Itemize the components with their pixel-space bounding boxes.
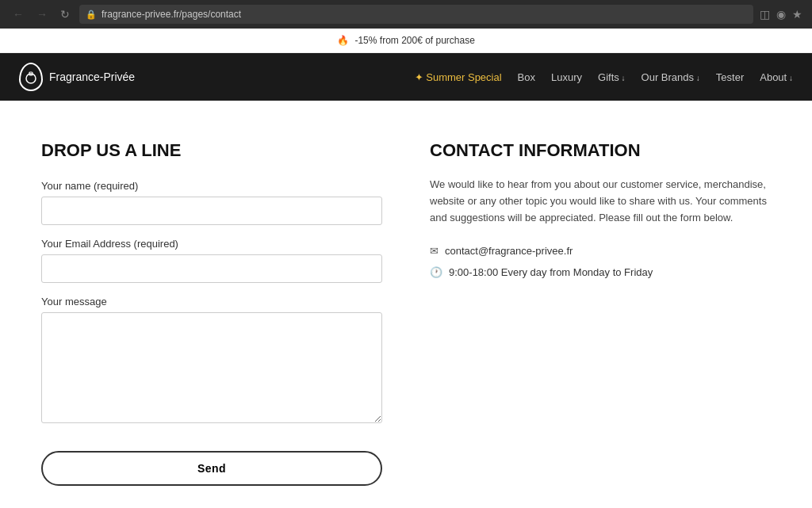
logo-svg — [25, 69, 37, 85]
info-section: CONTACT INFORMATION We would like to hea… — [430, 140, 771, 486]
nav-link-summer-special[interactable]: ✦ Summer Special — [415, 71, 502, 83]
nav-item-box[interactable]: Box — [518, 71, 535, 83]
nav-link-gifts[interactable]: Gifts — [598, 71, 626, 83]
lock-icon: 🔒 — [86, 10, 97, 20]
main-nav: Fragrance-Privée ✦ Summer Special Box Lu… — [0, 53, 812, 101]
star-icon[interactable]: ★ — [792, 8, 802, 21]
form-section: DROP US A LINE Your name (required) Your… — [41, 140, 382, 486]
nav-item-gifts[interactable]: Gifts — [598, 71, 626, 83]
nav-item-luxury[interactable]: Luxury — [551, 71, 582, 83]
extensions-icon[interactable]: ◫ — [760, 8, 770, 21]
nav-link-luxury[interactable]: Luxury — [551, 71, 582, 83]
name-input[interactable] — [41, 197, 382, 225]
forward-button[interactable]: → — [33, 6, 51, 22]
form-title: DROP US A LINE — [41, 140, 382, 161]
logo-icon — [19, 63, 43, 91]
business-hours: 9:00-18:00 Every day from Monday to Frid… — [449, 266, 653, 278]
refresh-button[interactable]: ↻ — [57, 6, 73, 22]
logo[interactable]: Fragrance-Privée — [19, 63, 135, 91]
profile-icon[interactable]: ◉ — [776, 8, 786, 21]
main-content: DROP US A LINE Your name (required) Your… — [25, 101, 787, 508]
url-text: fragrance-privee.fr/pages/contact — [102, 9, 241, 20]
info-title: CONTACT INFORMATION — [430, 140, 771, 161]
email-icon: ✉ — [430, 245, 439, 257]
nav-item-about[interactable]: About — [760, 71, 793, 83]
url-bar[interactable]: 🔒 fragrance-privee.fr/pages/contact — [79, 5, 753, 24]
browser-chrome: ← → ↻ 🔒 fragrance-privee.fr/pages/contac… — [0, 0, 812, 29]
nav-links: ✦ Summer Special Box Luxury Gifts Our Br… — [415, 71, 793, 83]
message-label: Your message — [41, 296, 382, 307]
promo-bar: 🔥 -15% from 200€ of purchase — [0, 29, 812, 53]
logo-text: Fragrance-Privée — [49, 71, 135, 83]
email-field-group: Your Email Address (required) — [41, 238, 382, 283]
email-address: contact@fragrance-privee.fr — [445, 245, 573, 257]
nav-item-our-brands[interactable]: Our Brands — [642, 71, 700, 83]
name-label: Your name (required) — [41, 180, 382, 192]
email-info-item: ✉ contact@fragrance-privee.fr — [430, 245, 771, 257]
fire-icon: 🔥 — [337, 35, 349, 46]
promo-text: -15% from 200€ of purchase — [354, 35, 474, 46]
nav-link-tester[interactable]: Tester — [716, 71, 744, 83]
email-input[interactable] — [41, 254, 382, 283]
name-field-group: Your name (required) — [41, 180, 382, 225]
back-button[interactable]: ← — [10, 6, 27, 22]
message-textarea[interactable] — [41, 312, 382, 423]
clock-icon: 🕐 — [430, 266, 442, 278]
browser-actions: ◫ ◉ ★ — [760, 8, 802, 21]
nav-link-box[interactable]: Box — [518, 71, 535, 83]
hours-info-item: 🕐 9:00-18:00 Every day from Monday to Fr… — [430, 266, 771, 278]
nav-item-tester[interactable]: Tester — [716, 71, 744, 83]
sun-icon: ✦ — [415, 71, 427, 83]
nav-item-summer-special[interactable]: ✦ Summer Special — [415, 71, 502, 83]
nav-link-about[interactable]: About — [760, 71, 793, 83]
email-label: Your Email Address (required) — [41, 238, 382, 250]
send-button[interactable]: Send — [41, 451, 382, 486]
nav-link-our-brands[interactable]: Our Brands — [642, 71, 700, 83]
info-description: We would like to hear from you about our… — [430, 177, 771, 226]
message-field-group: Your message — [41, 296, 382, 426]
